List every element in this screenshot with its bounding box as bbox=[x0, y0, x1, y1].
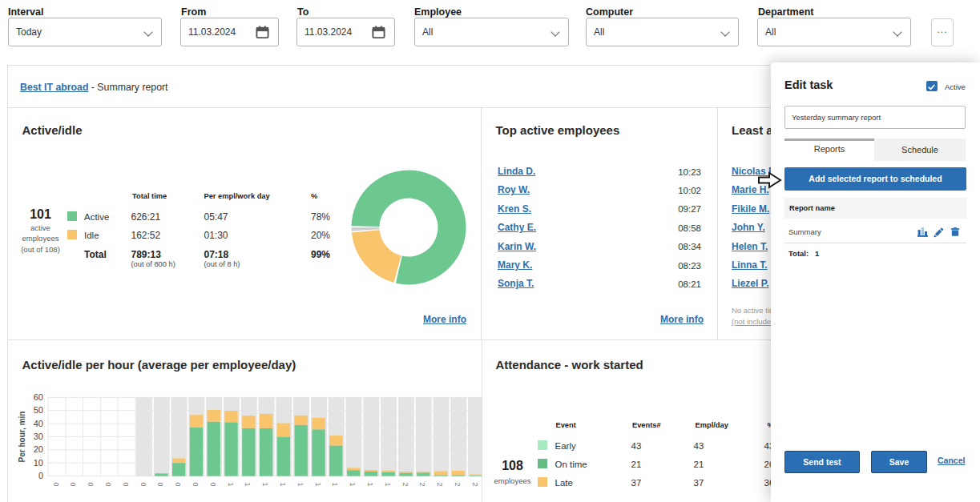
svg-text:21:00: 21:00 bbox=[418, 483, 426, 486]
svg-text:0: 0 bbox=[38, 471, 43, 480]
svg-text:04:00: 04:00 bbox=[122, 483, 130, 486]
svg-text:60: 60 bbox=[34, 392, 43, 402]
svg-text:09:00: 09:00 bbox=[209, 483, 217, 486]
svg-text:10:00: 10:00 bbox=[227, 483, 235, 486]
svg-text:02:00: 02:00 bbox=[87, 483, 95, 486]
svg-text:24:00: 24:00 bbox=[471, 483, 479, 486]
svg-text:20: 20 bbox=[34, 444, 43, 454]
svg-text:16:00: 16:00 bbox=[331, 483, 339, 486]
svg-text:23:00: 23:00 bbox=[454, 483, 462, 486]
svg-text:06:00: 06:00 bbox=[156, 483, 164, 486]
svg-text:07:00: 07:00 bbox=[174, 483, 182, 486]
svg-text:30: 30 bbox=[34, 432, 43, 441]
svg-text:19:00: 19:00 bbox=[384, 483, 392, 486]
svg-text:13:00: 13:00 bbox=[279, 483, 287, 486]
svg-text:15:00: 15:00 bbox=[314, 483, 322, 486]
svg-text:Per hour, min: Per hour, min bbox=[18, 412, 26, 463]
svg-text:22:00: 22:00 bbox=[436, 483, 444, 486]
svg-text:18:00: 18:00 bbox=[366, 483, 374, 486]
svg-text:40: 40 bbox=[34, 419, 43, 428]
svg-text:11:00: 11:00 bbox=[244, 483, 252, 486]
svg-text:00:00: 00:00 bbox=[52, 483, 60, 486]
svg-text:10: 10 bbox=[34, 458, 43, 468]
svg-text:08:00: 08:00 bbox=[192, 483, 200, 486]
svg-text:50: 50 bbox=[34, 405, 43, 415]
svg-text:14:00: 14:00 bbox=[296, 483, 304, 486]
svg-text:05:00: 05:00 bbox=[139, 483, 147, 486]
svg-text:20:00: 20:00 bbox=[401, 483, 409, 486]
svg-text:03:00: 03:00 bbox=[104, 483, 112, 486]
svg-text:01:00: 01:00 bbox=[69, 483, 77, 486]
svg-text:17:00: 17:00 bbox=[349, 483, 357, 486]
svg-text:12:00: 12:00 bbox=[261, 483, 269, 486]
